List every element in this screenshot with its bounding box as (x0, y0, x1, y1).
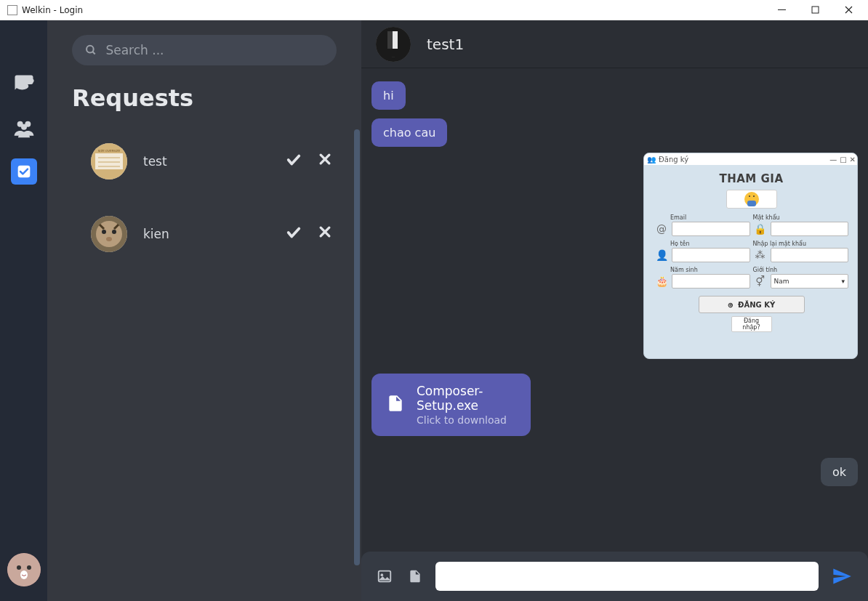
svg-point-3 (23, 78, 33, 84)
fullname-field (672, 248, 750, 262)
svg-point-25 (112, 230, 116, 234)
svg-text:SIZE OVERSIZE: SIZE OVERSIZE (98, 149, 121, 153)
svg-text:....: .... (392, 55, 395, 58)
nav-chat-icon[interactable] (11, 71, 37, 97)
image-message[interactable]: 👥 Đăng ký — □ ✕ THAM GIA (643, 153, 858, 359)
current-user-avatar[interactable] (7, 553, 41, 586)
svg-point-24 (102, 230, 106, 234)
chat-panel: .... test1 hi chao cau 👥 Đăng ký — □ ✕ (361, 20, 868, 601)
file-subtitle: Click to download (417, 414, 516, 426)
chat-header: .... test1 (361, 20, 868, 68)
svg-rect-31 (387, 31, 393, 49)
svg-point-36 (753, 195, 755, 197)
chevron-down-icon: ▾ (841, 278, 845, 285)
message-input[interactable] (435, 562, 819, 591)
send-button[interactable] (829, 563, 855, 589)
svg-point-9 (17, 565, 21, 570)
login-link: Đăng nhập? (731, 316, 772, 332)
chat-avatar: .... (376, 27, 411, 62)
svg-point-11 (20, 570, 28, 579)
birthyear-field (672, 274, 750, 289)
fullname-label: Họ tên (654, 241, 750, 247)
cake-icon: 🎂 (654, 274, 669, 289)
gender-icon: ⚥ (753, 274, 768, 289)
gender-label: Giới tính (753, 267, 849, 273)
search-icon (85, 44, 97, 57)
dialog-min-icon: — (829, 156, 837, 164)
svg-point-6 (21, 124, 27, 130)
requests-list: SIZE OVERSIZE test kien (47, 125, 361, 601)
minimize-button[interactable] (765, 0, 798, 20)
confirm-label: Nhập lại mật khẩu (753, 241, 849, 247)
svg-rect-34 (747, 201, 756, 206)
svg-rect-0 (778, 9, 786, 10)
scrollbar[interactable] (354, 129, 360, 565)
file-icon (386, 394, 405, 416)
chat-contact-name: test1 (427, 36, 464, 53)
svg-line-13 (92, 52, 95, 54)
request-item: SIZE OVERSIZE test (47, 125, 361, 198)
avatar (91, 216, 127, 252)
svg-point-26 (106, 237, 112, 241)
dialog-heading: THAM GIA (719, 172, 783, 185)
password-field (771, 222, 849, 236)
lock-icon: 🔒 (753, 222, 768, 236)
dialog-title: Đăng ký (659, 156, 688, 164)
at-icon: @ (654, 222, 669, 236)
messages-area[interactable]: hi chao cau 👥 Đăng ký — □ ✕ (361, 68, 868, 552)
request-name: kien (143, 227, 286, 241)
register-button: ⊕ĐĂNG KÝ (699, 296, 805, 313)
composer (361, 552, 868, 601)
dialog-close-icon: ✕ (850, 156, 856, 164)
svg-point-33 (748, 193, 755, 201)
message-bubble: chao cau (371, 118, 447, 147)
nav-requests-icon[interactable] (11, 158, 37, 185)
dialog-max-icon: □ (840, 156, 846, 164)
gender-select: Nam▾ (771, 274, 849, 289)
file-attachment[interactable]: Composer-Setup.exe Click to download (371, 374, 531, 436)
sidebar: Requests SIZE OVERSIZE test kien (47, 20, 361, 601)
accept-icon[interactable] (286, 152, 302, 171)
search-container (72, 35, 337, 65)
image-attach-icon[interactable] (374, 566, 395, 586)
email-label: Email (654, 214, 750, 221)
dialog-titlebar: 👥 Đăng ký — □ ✕ (644, 153, 858, 165)
close-button[interactable] (832, 0, 865, 20)
email-field (672, 222, 750, 236)
confirm-field (771, 248, 849, 262)
reject-icon[interactable] (318, 152, 332, 171)
password-label: Mật khẩu (753, 214, 849, 221)
svg-point-10 (27, 565, 31, 570)
user-plus-icon: ⊕ (728, 301, 734, 309)
nav-rail (0, 20, 47, 601)
svg-point-35 (749, 195, 750, 197)
window-title: Welkin - Login (22, 5, 83, 15)
message-bubble: hi (371, 81, 406, 110)
svg-rect-1 (812, 7, 819, 13)
svg-point-38 (381, 573, 384, 576)
svg-rect-15 (95, 153, 123, 169)
search-input[interactable] (105, 43, 324, 57)
birthyear-label: Năm sinh (654, 267, 750, 273)
file-attach-icon[interactable] (405, 566, 425, 586)
message-bubble: ok (821, 458, 858, 486)
accept-icon[interactable] (286, 225, 302, 243)
request-name: test (143, 154, 286, 169)
svg-point-12 (87, 46, 94, 53)
dialog-icon: 👥 (647, 156, 656, 164)
dialog-avatar-picker (726, 190, 777, 209)
dots-icon: ⁂ (753, 248, 768, 262)
request-item: kien (47, 198, 361, 270)
nav-group-icon[interactable] (11, 115, 37, 141)
maximize-button[interactable] (798, 0, 832, 20)
user-icon: 👤 (654, 248, 669, 262)
avatar: SIZE OVERSIZE (91, 143, 127, 180)
reject-icon[interactable] (318, 225, 332, 243)
app-icon (7, 5, 17, 15)
titlebar: Welkin - Login (0, 0, 868, 20)
svg-point-8 (7, 553, 41, 586)
sidebar-title: Requests (72, 84, 361, 112)
file-name: Composer-Setup.exe (417, 384, 516, 413)
